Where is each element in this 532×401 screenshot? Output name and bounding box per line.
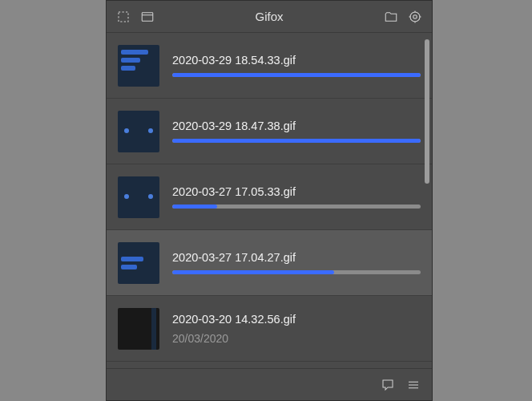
progress-bar xyxy=(172,139,421,143)
header-bar: Gifox xyxy=(107,1,432,33)
item-meta: 2020-03-27 17.04.27.gif xyxy=(172,251,421,274)
thumbnail xyxy=(118,308,159,350)
item-meta: 2020-03-29 18.54.33.gif xyxy=(172,54,421,77)
app-title: Gifox xyxy=(163,10,376,23)
list-item[interactable]: 2020-03-27 17.04.27.gif xyxy=(107,230,432,296)
svg-point-3 xyxy=(410,12,420,22)
filename-label: 2020-03-29 18.47.38.gif xyxy=(172,119,421,132)
recordings-list: 2020-03-29 18.54.33.gif 2020-03-29 18.47… xyxy=(107,33,432,368)
list-item[interactable]: 2020-03-20 14.32.56.gif 20/03/2020 xyxy=(107,296,432,362)
folder-icon[interactable] xyxy=(382,8,400,26)
filename-label: 2020-03-27 17.05.33.gif xyxy=(172,185,421,198)
progress-fill xyxy=(172,139,421,143)
date-label: 20/03/2020 xyxy=(172,332,421,345)
footer-bar xyxy=(107,368,432,400)
svg-rect-1 xyxy=(142,12,153,21)
progress-fill xyxy=(172,205,217,209)
window-record-icon[interactable] xyxy=(139,8,156,26)
item-meta: 2020-03-20 14.32.56.gif 20/03/2020 xyxy=(172,313,421,345)
item-meta: 2020-03-27 17.05.33.gif xyxy=(172,185,421,209)
progress-fill xyxy=(172,73,421,77)
thumbnail xyxy=(118,176,159,218)
list-item[interactable]: 2020-03-27 17.05.33.gif xyxy=(107,164,432,230)
app-panel: Gifox 2020-03-29 18.54.33.gif xyxy=(106,0,433,401)
thumbnail xyxy=(118,242,159,284)
selection-record-icon[interactable] xyxy=(115,8,132,26)
progress-fill xyxy=(172,270,334,274)
svg-point-4 xyxy=(413,14,417,18)
scrollbar[interactable] xyxy=(425,39,429,224)
filename-label: 2020-03-27 17.04.27.gif xyxy=(172,251,421,264)
svg-rect-0 xyxy=(119,12,128,22)
progress-bar xyxy=(172,270,421,274)
filename-label: 2020-03-29 18.54.33.gif xyxy=(172,54,421,67)
thumbnail xyxy=(118,45,159,87)
item-meta: 2020-03-29 18.47.38.gif xyxy=(172,119,421,143)
list-item[interactable]: 2020-03-29 18.47.38.gif xyxy=(107,99,432,164)
feedback-icon[interactable] xyxy=(379,376,397,394)
menu-icon[interactable] xyxy=(405,376,422,394)
list-item[interactable]: 2020-03-29 18.54.33.gif xyxy=(107,33,432,99)
settings-icon[interactable] xyxy=(406,8,424,26)
progress-bar xyxy=(172,205,421,209)
scrollbar-thumb[interactable] xyxy=(425,39,429,184)
progress-bar xyxy=(172,73,421,77)
filename-label: 2020-03-20 14.32.56.gif xyxy=(172,313,421,326)
thumbnail xyxy=(118,111,159,152)
